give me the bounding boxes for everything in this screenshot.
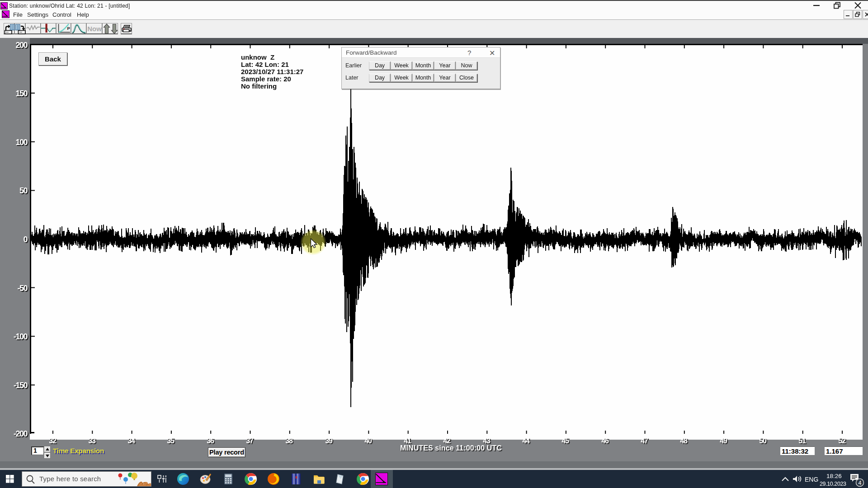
svg-text:P: P xyxy=(67,26,71,31)
svg-text:4: 4 xyxy=(859,480,862,486)
